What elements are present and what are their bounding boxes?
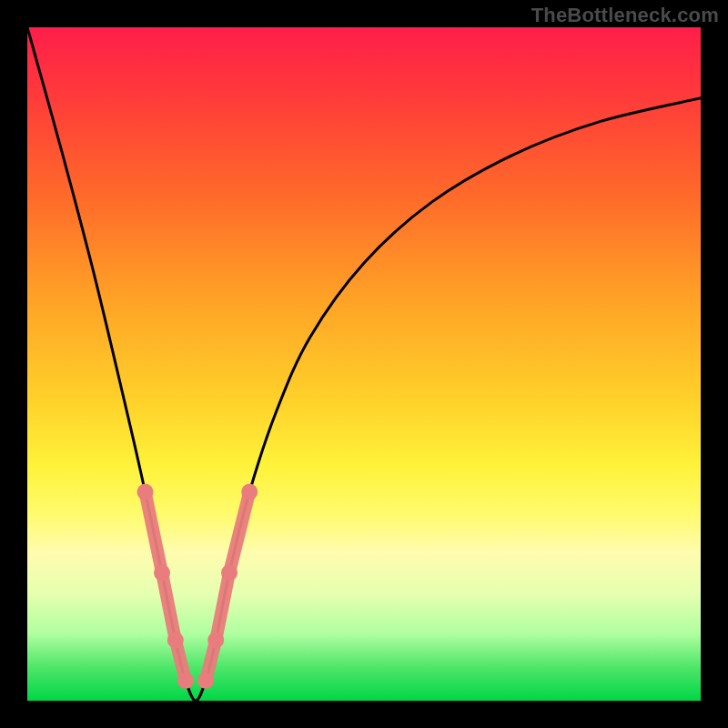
svg-point-3 — [177, 672, 194, 689]
plot-area — [27, 27, 701, 701]
chart-frame: TheBottleneck.com — [0, 0, 728, 728]
watermark-text: TheBottleneck.com — [531, 4, 719, 27]
svg-point-5 — [207, 632, 224, 648]
svg-point-0 — [137, 484, 154, 500]
svg-point-4 — [197, 672, 214, 689]
svg-point-7 — [241, 484, 258, 500]
bottleneck-curve — [27, 27, 701, 701]
svg-point-2 — [167, 632, 184, 648]
curve-layer — [27, 27, 701, 701]
data-markers — [137, 484, 258, 689]
svg-point-6 — [221, 564, 238, 581]
svg-point-1 — [154, 564, 170, 581]
